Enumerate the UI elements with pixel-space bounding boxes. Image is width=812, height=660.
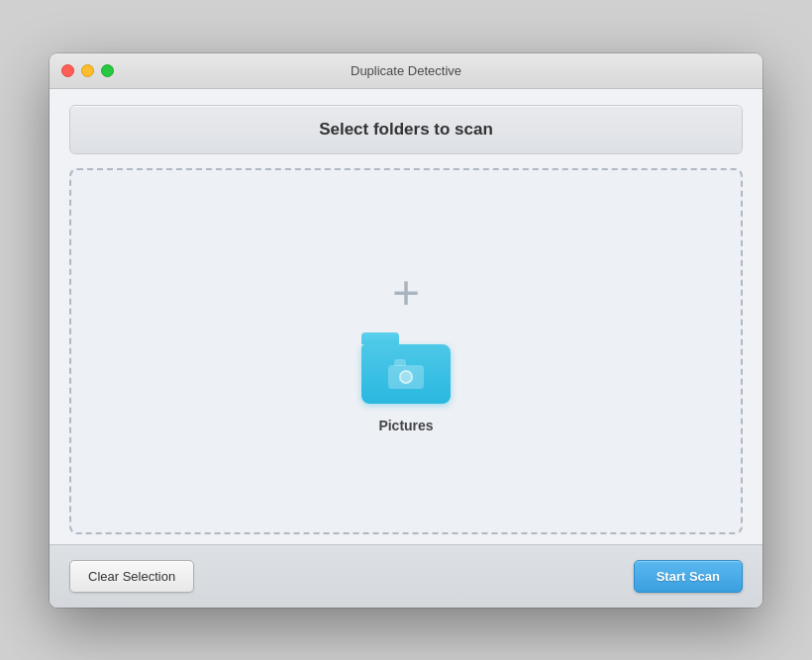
bottom-bar: Clear Selection Start Scan <box>50 544 762 608</box>
close-button[interactable] <box>61 64 74 77</box>
window-content: Select folders to scan + Pictures <box>50 89 762 544</box>
folder-tab <box>361 332 399 344</box>
header-title: Select folders to scan <box>319 120 493 139</box>
maximize-button[interactable] <box>101 64 114 77</box>
folder-body <box>361 344 451 404</box>
folder-name-label: Pictures <box>378 418 433 433</box>
camera-body <box>388 365 424 389</box>
title-bar: Duplicate Detective <box>50 53 762 89</box>
camera-icon <box>388 359 424 389</box>
camera-lens <box>399 370 413 384</box>
add-folder-icon: + <box>392 269 420 317</box>
clear-selection-button[interactable]: Clear Selection <box>69 560 194 593</box>
header-section: Select folders to scan <box>50 89 762 168</box>
start-scan-button[interactable]: Start Scan <box>634 560 743 593</box>
app-window: Duplicate Detective Select folders to sc… <box>50 53 762 608</box>
header-box: Select folders to scan <box>69 105 743 154</box>
drop-area[interactable]: + Pictures <box>69 168 743 534</box>
window-title: Duplicate Detective <box>351 63 461 78</box>
traffic-lights <box>61 64 114 77</box>
minimize-button[interactable] <box>81 64 94 77</box>
folder-icon <box>361 332 451 404</box>
